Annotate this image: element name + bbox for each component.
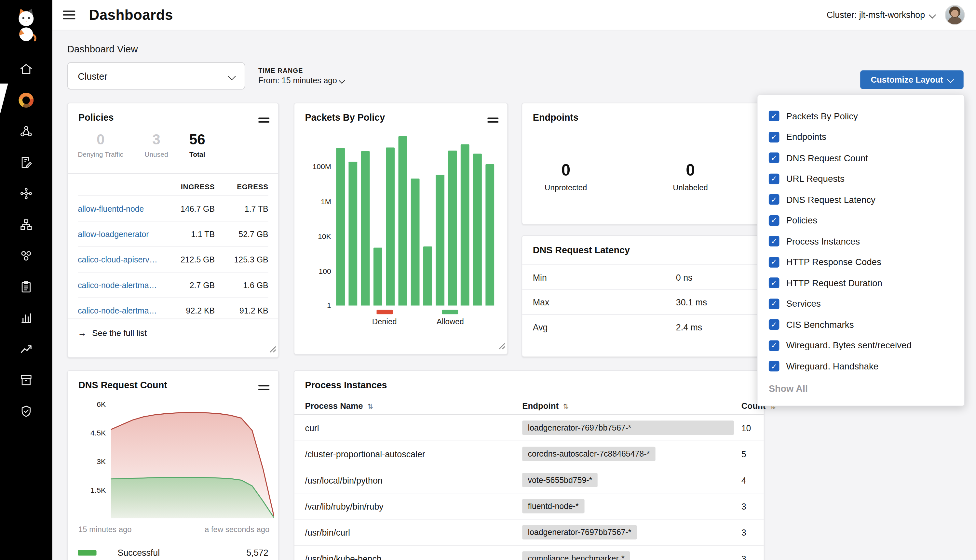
- legend-denied[interactable]: Denied: [372, 310, 397, 326]
- dashboards-palette-icon: [18, 93, 33, 108]
- calico-cat-logo[interactable]: [14, 7, 39, 42]
- packets-bar: [435, 175, 444, 305]
- drag-handle-icon[interactable]: [487, 115, 499, 125]
- stat-unprotected[interactable]: 0 Unprotected: [545, 161, 587, 193]
- policies-card: Policies 0 Denying Traffic 3 Unused 56 T…: [67, 103, 279, 358]
- sidebar-item-activity[interactable]: [0, 334, 52, 365]
- dashboard-view-select[interactable]: Cluster: [67, 62, 245, 90]
- dns-area-chart: [111, 404, 274, 518]
- sidebar-item-nodes[interactable]: [0, 209, 52, 240]
- menu-item-wireguard-bytes[interactable]: Wireguard. Bytes sent/received: [757, 335, 964, 356]
- menu-item-packets-by-policy[interactable]: Packets By Policy: [757, 106, 964, 127]
- packets-bar: [398, 136, 407, 305]
- endpoint-chip[interactable]: fluentd-node-*: [522, 499, 584, 513]
- col-egress: EGRESS: [215, 183, 269, 190]
- menu-item-http-response-codes[interactable]: HTTP Response Codes: [757, 252, 964, 273]
- endpoint-chip[interactable]: loadgenerator-7697bb7567-*: [522, 525, 637, 540]
- customize-layout-button[interactable]: Customize Layout: [860, 70, 964, 89]
- menu-item-services[interactable]: Services: [757, 293, 964, 314]
- checkbox-checked-icon[interactable]: [769, 257, 779, 268]
- checkbox-checked-icon[interactable]: [769, 298, 779, 309]
- policy-link[interactable]: calico-node-alertmana…: [78, 280, 160, 290]
- packets-bar: [423, 246, 432, 305]
- menu-toggle-icon[interactable]: [63, 8, 75, 22]
- y-tick: 1.5K: [90, 486, 106, 495]
- policy-link[interactable]: allow-fluentd-node: [78, 204, 160, 213]
- checkbox-checked-icon[interactable]: [769, 361, 779, 372]
- process-row: /usr/bin/curl loadgenerator-7697bb7567-*…: [294, 520, 764, 546]
- archive-box-icon: [19, 373, 33, 387]
- sidebar-item-home[interactable]: [0, 54, 52, 85]
- show-all-link[interactable]: Show All: [769, 383, 808, 394]
- legend-allowed[interactable]: Allowed: [437, 310, 464, 326]
- menu-item-endpoints[interactable]: Endpoints: [757, 127, 964, 147]
- policy-link[interactable]: allow-loadgenerator: [78, 229, 160, 239]
- checkbox-checked-icon[interactable]: [769, 236, 779, 247]
- checkbox-checked-icon[interactable]: [769, 132, 779, 142]
- sort-icon[interactable]: ⇅: [563, 402, 569, 410]
- y-tick: 6K: [97, 400, 106, 409]
- chevron-down-icon: [947, 76, 954, 83]
- user-avatar[interactable]: [945, 5, 964, 25]
- menu-item-policies[interactable]: Policies: [757, 210, 964, 231]
- sidebar-item-threat-defense[interactable]: [0, 396, 52, 427]
- sidebar-item-storage[interactable]: [0, 365, 52, 396]
- checkbox-checked-icon[interactable]: [769, 340, 779, 351]
- packets-legend: Denied Allowed: [336, 310, 500, 326]
- sidebar-item-dashboards[interactable]: [0, 85, 52, 116]
- menu-item-cis-benchmarks[interactable]: CIS Benchmarks: [757, 314, 964, 335]
- checkbox-checked-icon[interactable]: [769, 215, 779, 226]
- sort-icon[interactable]: ⇅: [367, 402, 373, 410]
- drag-handle-icon[interactable]: [258, 382, 269, 393]
- checkbox-checked-icon[interactable]: [769, 153, 779, 163]
- menu-item-process-instances[interactable]: Process Instances: [757, 231, 964, 252]
- sidebar-item-service-graph[interactable]: [0, 178, 52, 209]
- cluster-selector-label: Cluster: jlt-msft-workshop: [827, 10, 925, 20]
- menu-item-http-request-duration[interactable]: HTTP Request Duration: [757, 273, 964, 293]
- drag-handle-icon[interactable]: [258, 115, 269, 125]
- dns-legend-row[interactable]: Successful 5,572: [78, 548, 268, 558]
- col-process-name[interactable]: Process Name⇅: [305, 401, 522, 410]
- stat-denying-traffic[interactable]: 0 Denying Traffic: [78, 132, 123, 158]
- policy-row: calico-cloud-apiserver-… 212.5 GB 125.3 …: [78, 247, 268, 272]
- policy-link[interactable]: calico-node-alertmana…: [78, 306, 160, 315]
- chevron-down-icon: [929, 12, 936, 18]
- menu-item-dns-request-count[interactable]: DNS Request Count: [757, 147, 964, 168]
- policy-row: calico-node-alertmana… 2.7 GB 1.6 GB: [78, 272, 268, 297]
- chevron-down-icon: [339, 77, 345, 83]
- stat-total[interactable]: 56 Total: [189, 132, 205, 158]
- resize-handle-icon[interactable]: [269, 344, 276, 355]
- stat-unused[interactable]: 3 Unused: [144, 132, 168, 158]
- endpoint-chip[interactable]: compliance-benchmarker-*: [522, 551, 630, 560]
- col-ingress: INGRESS: [160, 183, 215, 190]
- sidebar-item-reports[interactable]: [0, 302, 52, 334]
- endpoint-chip[interactable]: loadgenerator-7697bb7567-*: [522, 420, 734, 435]
- time-range-value[interactable]: From: 15 minutes ago: [258, 76, 344, 85]
- menu-item-dns-request-latency[interactable]: DNS Request Latency: [757, 189, 964, 210]
- y-tick: 3K: [97, 457, 106, 466]
- see-full-list-link[interactable]: →See the full list: [78, 328, 147, 338]
- menu-item-url-requests[interactable]: URL Requests: [757, 168, 964, 189]
- checkbox-checked-icon[interactable]: [769, 173, 779, 184]
- policies-stats: 0 Denying Traffic 3 Unused 56 Total: [78, 132, 205, 158]
- policy-link[interactable]: calico-cloud-apiserver-…: [78, 255, 160, 264]
- resize-handle-icon[interactable]: [499, 341, 506, 352]
- sidebar-item-compliance[interactable]: [0, 271, 52, 302]
- sidebar-item-network[interactable]: [0, 116, 52, 147]
- col-endpoint[interactable]: Endpoint⇅: [522, 401, 741, 410]
- checkbox-checked-icon[interactable]: [769, 194, 779, 205]
- endpoint-chip[interactable]: vote-5655bd759-*: [522, 473, 597, 487]
- policies-table: INGRESS EGRESS allow-fluentd-node 146.7 …: [78, 178, 268, 323]
- stat-unlabeled[interactable]: 0 Unlabeled: [669, 161, 711, 193]
- dashboard-view-label: Dashboard View: [67, 43, 138, 55]
- cluster-selector[interactable]: Cluster: jlt-msft-workshop: [827, 10, 935, 20]
- endpoint-chip[interactable]: coredns-autoscaler-7c88465478-*: [522, 447, 655, 461]
- sidebar-item-policies[interactable]: [0, 147, 52, 178]
- menu-item-wireguard-handshake[interactable]: Wireguard. Handshake: [757, 356, 964, 377]
- checkbox-checked-icon[interactable]: [769, 278, 779, 288]
- sidebar-item-clusters[interactable]: [0, 240, 52, 272]
- x-tick-start: 15 minutes ago: [78, 525, 132, 534]
- checkbox-checked-icon[interactable]: [769, 319, 779, 330]
- dns-request-count-card: DNS Request Count 6K 4.5K 3K 1.5K: [67, 370, 279, 560]
- checkbox-checked-icon[interactable]: [769, 111, 779, 122]
